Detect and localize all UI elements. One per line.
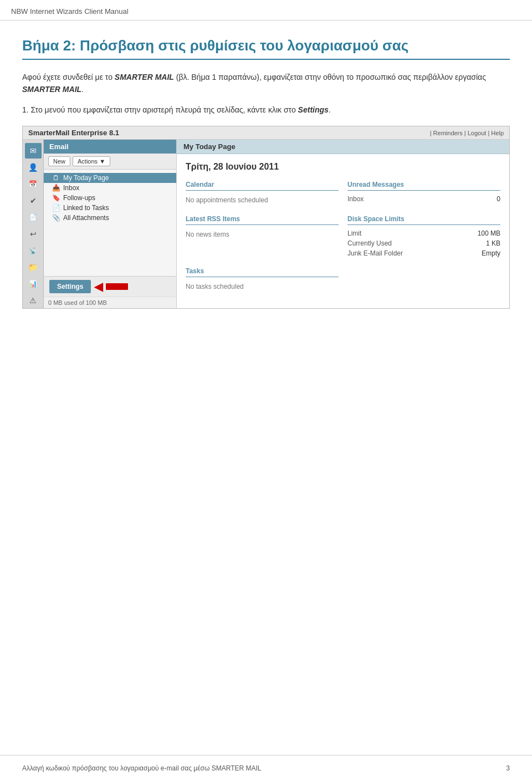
app-top-bar: SmarterMail Enterprise 8.1 | Reminders |… xyxy=(23,126,509,140)
nav-linked-to-tasks[interactable]: 📄 Linked to Tasks xyxy=(44,203,176,213)
disk-junk-value: Empty xyxy=(482,249,500,257)
email-tab-label: Email xyxy=(49,142,69,151)
left-panel-toolbar: New Actions ▼ xyxy=(44,154,176,170)
step-settings-label: Settings xyxy=(298,105,329,114)
nav-linked-tasks-label: Linked to Tasks xyxy=(63,204,109,212)
nav-follow-ups-label: Follow-ups xyxy=(63,194,95,202)
calendar-section-title: Calendar xyxy=(186,181,339,191)
rss-section-title: Latest RSS Items xyxy=(186,215,339,225)
actions-button[interactable]: Actions ▼ xyxy=(73,156,110,166)
doc-footer: Αλλαγή κωδικού πρόσβασης του λογαριασμού… xyxy=(0,755,532,781)
app-screenshot: SmarterMail Enterprise 8.1 | Reminders |… xyxy=(22,126,510,309)
left-panel: Email New Actions ▼ 🗒 My Today Page xyxy=(44,140,177,308)
today-page-icon: 🗒 xyxy=(52,174,60,182)
left-panel-header: Email xyxy=(44,140,176,154)
step-number: 1. xyxy=(22,105,29,114)
sidebar-folder-icon[interactable]: 📁 xyxy=(25,259,42,275)
step-end: . xyxy=(329,105,331,114)
unread-inbox-label: Inbox xyxy=(347,195,364,203)
rss-section: Latest RSS Items No news items xyxy=(186,215,339,258)
unread-inbox-row: Inbox 0 xyxy=(347,194,500,204)
tasks-no-items: No tasks scheduled xyxy=(186,280,339,293)
disk-space-title: Disk Space Limits xyxy=(347,215,500,225)
nav-inbox-label: Inbox xyxy=(63,184,79,192)
tasks-section: Tasks No tasks scheduled xyxy=(186,267,339,293)
disk-used-label: Currently Used xyxy=(347,239,392,247)
unread-messages-title: Unread Messages xyxy=(347,181,500,191)
left-panel-bottom: Settings ◀ xyxy=(44,276,176,297)
disk-junk-label: Junk E-Mail Folder xyxy=(347,249,403,257)
sidebar-contacts-icon[interactable]: 👤 xyxy=(25,160,42,175)
main-panel-header: My Today Page xyxy=(177,140,509,154)
storage-text: 0 MB used of 100 MB xyxy=(44,297,176,308)
follow-ups-icon: 🔖 xyxy=(52,194,60,202)
section-title: Βήμα 2: Πρόσβαση στις ρυθμίσεις του λογα… xyxy=(22,37,510,60)
nav-tree: 🗒 My Today Page 📥 Inbox 🔖 Follow-ups xyxy=(44,170,176,226)
app-body: ✉ 👤 📅 ✔ 📄 ↩ 📡 📁 📊 xyxy=(23,140,509,308)
app-top-links: | Reminders | Logout | Help xyxy=(430,130,504,136)
sidebar-calendar-icon[interactable]: 📅 xyxy=(25,176,42,192)
intro-text-before: Αφού έχετε συνδεθεί με το xyxy=(22,73,115,81)
doc-header: NBW Internet Wizards Client Manual xyxy=(0,0,532,21)
intro-end: . xyxy=(81,85,84,94)
nav-my-today-page[interactable]: 🗒 My Today Page xyxy=(44,173,176,183)
unread-messages-section: Unread Messages Inbox 0 xyxy=(347,181,500,206)
disk-limit-label: Limit xyxy=(347,229,361,237)
nav-all-attachments[interactable]: 📎 All Attachments xyxy=(44,213,176,223)
sidebar-email-icon[interactable]: ✉ xyxy=(25,143,42,159)
disk-used-row: Currently Used 1 KB xyxy=(347,238,500,248)
today-date: Τρίτη, 28 Ιουνίου 2011 xyxy=(186,162,500,172)
sidebar-back-icon[interactable]: ↩ xyxy=(25,226,42,242)
today-grid: Calendar No appointments scheduled Unrea… xyxy=(186,181,500,293)
disk-used-value: 1 KB xyxy=(486,239,500,247)
intro-smarter-mail: SMARTER MAIL xyxy=(115,73,174,81)
disk-space-section: Disk Space Limits Limit 100 MB Currently… xyxy=(347,215,500,258)
doc-footer-text: Αλλαγή κωδικού πρόσβασης του λογαριασμού… xyxy=(22,764,262,772)
sidebar-notes-icon[interactable]: 📄 xyxy=(25,210,42,225)
intro-text-after: (βλ. Βήμα 1 παραπάνω), εμφανίζεται στην … xyxy=(174,73,486,81)
inbox-icon: 📥 xyxy=(52,184,60,192)
nav-inbox[interactable]: 📥 Inbox xyxy=(44,183,176,193)
disk-junk-row: Junk E-Mail Folder Empty xyxy=(347,248,500,258)
app-title: SmarterMail Enterprise 8.1 xyxy=(28,129,119,137)
calendar-section: Calendar No appointments scheduled xyxy=(186,181,339,206)
rss-no-items: No news items xyxy=(186,228,339,241)
new-button[interactable]: New xyxy=(48,156,70,166)
unread-inbox-value: 0 xyxy=(497,195,500,203)
attachments-icon: 📎 xyxy=(52,214,60,222)
step-description: Στο μενού που εμφανίζεται στην αριστερή … xyxy=(31,105,298,114)
sidebar-reports-icon[interactable]: 📊 xyxy=(25,276,42,292)
nav-today-page-label: My Today Page xyxy=(63,174,109,182)
doc-header-title: NBW Internet Wizards Client Manual xyxy=(11,7,129,16)
intro-smarter-mail2: SMARTER MAIL xyxy=(22,85,81,94)
intro-text: Αφού έχετε συνδεθεί με το SMARTER MAIL (… xyxy=(22,71,510,96)
nav-follow-ups[interactable]: 🔖 Follow-ups xyxy=(44,193,176,203)
main-content: Βήμα 2: Πρόσβαση στις ρυθμίσεις του λογα… xyxy=(0,21,532,755)
disk-limit-value: 100 MB xyxy=(478,229,500,237)
calendar-no-items: No appointments scheduled xyxy=(186,194,339,206)
sidebar-tasks-icon[interactable]: ✔ xyxy=(25,193,42,208)
sidebar-alerts-icon[interactable]: ⚠ xyxy=(25,293,42,308)
red-arrow-indicator: ◀ xyxy=(94,280,103,293)
linked-tasks-icon: 📄 xyxy=(52,204,60,212)
nav-attachments-label: All Attachments xyxy=(63,214,109,222)
doc-footer-page: 3 xyxy=(506,764,510,772)
settings-button[interactable]: Settings xyxy=(49,280,91,293)
sidebar-rss-icon[interactable]: 📡 xyxy=(25,243,42,258)
main-panel: My Today Page Τρίτη, 28 Ιουνίου 2011 Cal… xyxy=(177,140,509,308)
sidebar-icons: ✉ 👤 📅 ✔ 📄 ↩ 📡 📁 📊 xyxy=(23,140,44,308)
disk-limit-row: Limit 100 MB xyxy=(347,228,500,238)
step-text: 1. Στο μενού που εμφανίζεται στην αριστε… xyxy=(22,104,510,116)
tasks-section-title: Tasks xyxy=(186,267,339,277)
today-page-content: Τρίτη, 28 Ιουνίου 2011 Calendar No appoi… xyxy=(177,154,509,300)
